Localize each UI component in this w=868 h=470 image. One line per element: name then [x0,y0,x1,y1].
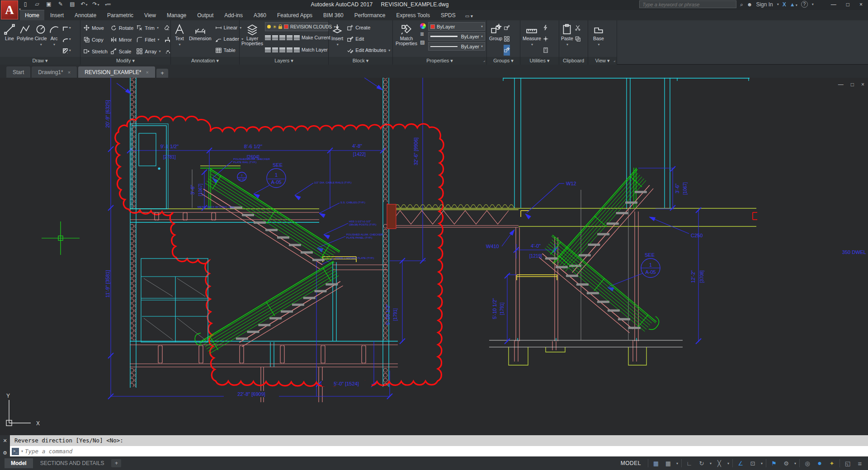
cut-icon[interactable] [575,22,581,33]
ribbon-display-toggle-icon[interactable]: ▭ ▾ [462,12,476,20]
create-block-button[interactable]: Create [347,22,390,33]
layer-off-icon[interactable] [279,35,285,40]
annotation-visibility-icon[interactable]: ⚑ [769,460,778,467]
text-button[interactable]: Text▾ [174,22,185,47]
model-space-toggle[interactable]: MODEL [617,459,645,467]
snap-mode-icon[interactable]: ▦ [651,460,660,467]
tab-featured-apps[interactable]: Featured Apps [272,10,317,20]
match-properties-button[interactable]: Match Properties [395,22,418,46]
tab-output[interactable]: Output [192,10,218,20]
mirror-button[interactable]: Mirror [110,34,133,45]
layer-freeze-icon[interactable] [272,35,278,40]
properties-dialog-launcher-icon[interactable]: ⌟ [483,56,485,64]
file-tab-start[interactable]: Start [6,66,30,78]
tab-view[interactable]: View [139,10,161,20]
workspace-dropdown-icon[interactable]: ▾ [794,461,796,465]
layer-on-all-icon[interactable] [279,47,285,52]
customization-menu-icon[interactable]: ≡ [855,460,864,467]
viewport-minimize-icon[interactable]: — [838,81,844,88]
stretch-button[interactable]: Stretch [83,46,108,57]
command-drag-handle[interactable]: ∷∷∷ [12,435,20,439]
group-edit-icon[interactable] [504,33,510,44]
panel-label-block[interactable]: Block ▾ [329,57,392,65]
paste-button[interactable]: Paste▾ [561,22,573,47]
exchange-icon[interactable]: X [783,1,786,8]
tab-annotate[interactable]: Annotate [70,10,101,20]
layer-thaw-all-icon[interactable] [272,47,278,52]
layer-properties-button[interactable]: Layer Properties [242,22,263,46]
panel-label-layers[interactable]: Layers ▾ [240,57,328,65]
explode-icon[interactable] [164,33,170,44]
edit-block-button[interactable]: Edit [347,33,390,44]
restore-button[interactable]: □ [846,1,849,8]
panel-label-properties[interactable]: Properties ▾⌟ [393,57,486,65]
polar-tracking-icon[interactable]: ↻ [697,460,706,467]
search-input[interactable] [639,0,736,8]
rectangle-tool-icon[interactable]: ▾ [61,22,71,33]
color-wheel-icon[interactable] [420,23,426,29]
close-tab-icon[interactable]: × [146,70,149,75]
view-dialog-launcher-icon[interactable]: ⌟ [613,56,615,64]
scale-button[interactable]: Scale [110,46,133,57]
panel-label-annotation[interactable]: Annotation ▾ [171,57,239,65]
layout-tab-sections-and-details[interactable]: SECTIONS AND DETAILS [34,458,111,468]
lineweight-icon[interactable]: ≣ [420,31,426,37]
viewport-close-icon[interactable]: × [861,81,864,88]
graphics-performance-icon[interactable]: ● [815,459,824,467]
annotation-monitor-icon[interactable]: ✦ [827,460,836,467]
panel-label-groups[interactable]: Groups ▾ [487,57,520,65]
panel-label-view[interactable]: View ▾⌟ [588,57,617,65]
panel-label-utilities[interactable]: Utilities ▾ [520,57,559,65]
layer-lock-icon[interactable] [287,35,292,40]
line-button[interactable]: Line [4,22,15,41]
tab-express-tools[interactable]: Express Tools [391,10,434,20]
osnap-tracking-icon[interactable]: ∠ [736,460,745,467]
isolate-objects-icon[interactable]: ◎ [803,460,812,467]
tab-parametric[interactable]: Parametric [102,10,138,20]
make-current-button[interactable]: Make Current [294,33,330,42]
panel-label-modify[interactable]: Modify ▾ [80,57,170,65]
edit-attributes-button[interactable]: Edit Attributes▾ [347,45,390,56]
copy-button[interactable]: Copy [83,34,108,45]
tab-spds[interactable]: SPDS [436,10,461,20]
layer-unisolate-icon[interactable] [265,47,271,52]
object-snap-icon[interactable]: ⊡ [748,460,757,467]
dimension-button[interactable]: Dimension [189,22,212,41]
color-select[interactable]: ByLayer▾ [428,22,485,31]
leader-button[interactable]: Leader▾ [215,33,243,44]
osnap-dropdown-icon[interactable]: ▾ [761,461,763,465]
base-view-button[interactable]: Base▾ [593,22,604,47]
command-customize-icon[interactable]: ⚙ [0,450,10,456]
layer-isolate-icon[interactable] [265,35,271,40]
isometric-drafting-icon[interactable]: ╳ [715,460,724,467]
group-selection-toggle-icon[interactable] [504,45,510,56]
tab-insert[interactable]: Insert [45,10,69,20]
layer-select[interactable]: ☀ REVISION CLOUDS ▾ [265,22,328,31]
layout-tab-model[interactable]: Model [5,458,33,468]
quick-calc-icon[interactable] [542,45,549,56]
snap-dropdown-icon[interactable]: ▾ [676,461,678,465]
grid-display-icon[interactable]: ▦ [664,460,673,467]
fillet-button[interactable]: Fillet▾ [136,34,160,45]
panel-label-clipboard[interactable]: Clipboard [559,57,588,65]
panel-label-draw[interactable]: Draw ▾ [0,57,80,65]
group-button[interactable]: Group [489,22,502,41]
trim-button[interactable]: Trim▾ [136,22,160,33]
arc-button[interactable]: Arc▾ [48,22,60,47]
ellipse-tool-icon[interactable]: ▾ [61,33,71,44]
sign-in-link[interactable]: Sign In [756,1,773,8]
linear-dim-button[interactable]: Linear▾ [215,22,243,33]
ortho-mode-icon[interactable]: ∟ [685,460,694,467]
move-button[interactable]: Move [83,22,108,33]
table-button[interactable]: Table [215,45,243,56]
copy-clip-icon[interactable] [575,33,581,44]
tab-manage[interactable]: Manage [162,10,191,20]
edit-polyline-icon[interactable] [164,45,170,56]
command-close-icon[interactable]: ✕ [0,438,10,444]
array-button[interactable]: Array▾ [136,46,160,57]
file-tab-revision-example[interactable]: REVISION_EXAMPLE*× [78,66,155,78]
search-binoculars-icon[interactable]: ⌕ [740,1,743,8]
transparency-icon[interactable]: ▨ [420,39,426,45]
hatch-tool-icon[interactable]: ▾ [61,45,71,56]
quick-select-icon[interactable] [542,22,549,33]
